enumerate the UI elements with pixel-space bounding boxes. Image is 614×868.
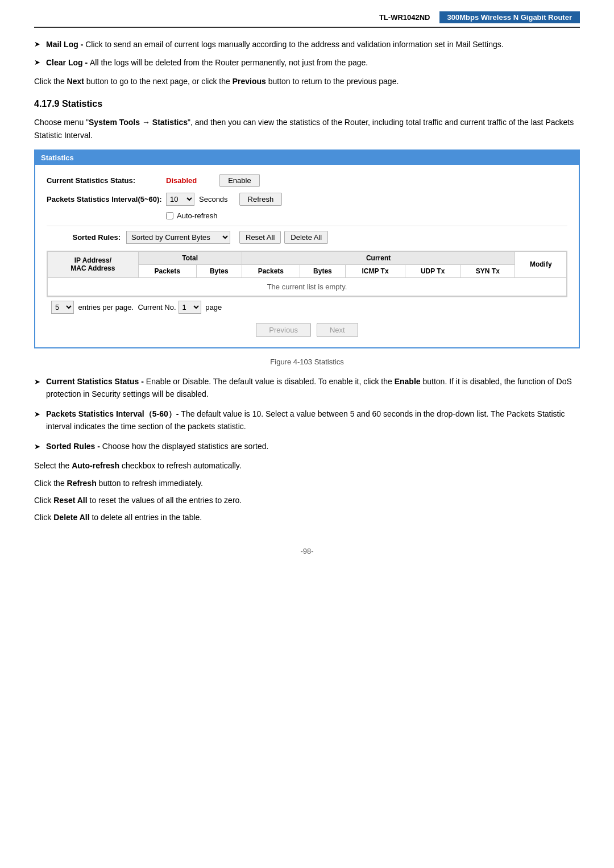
col-udp-tx: UDP Tx — [405, 264, 460, 277]
autorefresh-row: Auto-refresh — [166, 211, 567, 220]
autorefresh-label: Auto-refresh — [177, 211, 218, 220]
reset-all-button[interactable]: Reset All — [239, 231, 281, 244]
plain-refresh: Click the Refresh button to refresh imme… — [34, 477, 580, 489]
col-bytes-total: Bytes — [196, 264, 242, 277]
col-syn-tx: SYN Tx — [460, 264, 515, 277]
col-icmp-tx: ICMP Tx — [345, 264, 405, 277]
enable-btn-wrapper: Enable — [219, 174, 259, 187]
footer-page: -98- — [34, 547, 580, 555]
page-wrapper: TL-WR1042ND 300Mbps Wireless N Gigabit R… — [0, 0, 614, 868]
bullet-arrow-1: ➤ — [34, 39, 40, 50]
per-page-select[interactable]: 5 10 20 50 — [51, 301, 74, 314]
desc-section: ➤ Current Statistics Status - Enable or … — [34, 375, 580, 452]
current-status-label: Current Statistics Status: — [47, 176, 166, 185]
current-no-select[interactable]: 1 2 3 — [179, 301, 201, 314]
col-modify-header: Modify — [515, 251, 567, 277]
section-title: 4.17.9 Statistics — [34, 99, 580, 109]
sorted-rules-row: Sorted Rules: Sorted by Current Bytes So… — [47, 226, 567, 248]
nav-buttons-row: Previous Next — [47, 317, 567, 342]
intro-text: Choose menu "System Tools → Statistics",… — [34, 116, 580, 142]
status-row: Current Statistics Status: Disabled Enab… — [47, 174, 567, 187]
col-total-header: Total — [138, 251, 242, 264]
stats-table: IP Address/MAC Address Total Current Mod… — [47, 251, 567, 296]
desc-sorted-rules: ➤ Sorted Rules - Choose how the displaye… — [34, 440, 580, 453]
col-packets-total: Packets — [138, 264, 196, 277]
page-text: page — [204, 303, 222, 312]
bullet-mail-log: ➤ Mail Log - Click to send an email of c… — [34, 38, 580, 51]
refresh-wrapper: Refresh — [239, 193, 283, 206]
col-ip: IP Address/MAC Address — [48, 251, 139, 277]
enable-button[interactable]: Enable — [219, 174, 259, 187]
current-status-value: Disabled — [166, 176, 197, 185]
seconds-label: Seconds — [199, 195, 228, 203]
desc-arrow-3: ➤ — [34, 441, 40, 453]
empty-row: The current list is empty. — [48, 277, 567, 296]
bullet-clear-log: ➤ Clear Log - All the logs will be delet… — [34, 56, 580, 69]
col-packets-current: Packets — [242, 264, 300, 277]
nav-text: Click the Next button to go to the next … — [34, 75, 580, 88]
interval-select[interactable]: 10 5 15 20 30 60 — [166, 193, 194, 206]
desc-sorted-rules-text: Sorted Rules - Choose how the displayed … — [46, 440, 268, 452]
panel-header: Statistics — [35, 151, 579, 165]
bullet-mail-log-text: Mail Log - Click to send an email of cur… — [46, 38, 504, 51]
bullet-clear-log-text: Clear Log - All the logs will be deleted… — [46, 56, 368, 69]
interval-label: Packets Statistics Interval(5~60): — [47, 195, 166, 203]
desc-packets-interval: ➤ Packets Statistics Interval（5-60）- The… — [34, 408, 580, 433]
panel-body: Current Statistics Status: Disabled Enab… — [35, 165, 579, 347]
plain-delete-all: Click Delete All to delete all entries i… — [34, 511, 580, 524]
empty-text: The current list is empty. — [48, 277, 567, 296]
sorted-label: Sorted Rules: — [47, 233, 121, 242]
next-button[interactable]: Next — [317, 323, 358, 337]
plain-autorefresh: Select the Auto-refresh checkbox to refr… — [34, 459, 580, 472]
per-page-label: entries per page. Current No. — [76, 303, 176, 312]
stats-table-wrapper: IP Address/MAC Address Total Current Mod… — [47, 251, 567, 297]
header-desc: 300Mbps Wireless N Gigabit Router — [439, 11, 580, 23]
desc-packets-interval-text: Packets Statistics Interval（5-60）- The d… — [46, 408, 580, 433]
col-current-header: Current — [242, 251, 515, 264]
desc-current-status: ➤ Current Statistics Status - Enable or … — [34, 375, 580, 401]
clear-log-label: Clear Log - — [46, 58, 90, 67]
interval-row: Packets Statistics Interval(5~60): 10 5 … — [47, 193, 567, 206]
desc-current-status-text: Current Statistics Status - Enable or Di… — [46, 375, 580, 401]
previous-button[interactable]: Previous — [256, 323, 311, 337]
header-bar: TL-WR1042ND 300Mbps Wireless N Gigabit R… — [34, 11, 580, 28]
header-model: TL-WR1042ND — [379, 13, 430, 22]
statistics-panel: Statistics Current Statistics Status: Di… — [34, 149, 580, 348]
plain-reset-all: Click Reset All to reset the values of a… — [34, 494, 580, 506]
refresh-button[interactable]: Refresh — [239, 193, 283, 206]
desc-arrow-2: ➤ — [34, 409, 40, 421]
mail-log-label: Mail Log - — [46, 40, 85, 49]
autorefresh-checkbox[interactable] — [166, 212, 173, 219]
col-bytes-current: Bytes — [300, 264, 345, 277]
delete-all-button[interactable]: Delete All — [284, 231, 328, 244]
bullet-arrow-2: ➤ — [34, 57, 40, 68]
pagination-row: 5 10 20 50 entries per page. Current No.… — [47, 297, 567, 317]
sorted-select[interactable]: Sorted by Current Bytes Sorted by Curren… — [126, 231, 230, 244]
figure-caption: Figure 4-103 Statistics — [34, 358, 580, 366]
desc-arrow-1: ➤ — [34, 376, 40, 388]
